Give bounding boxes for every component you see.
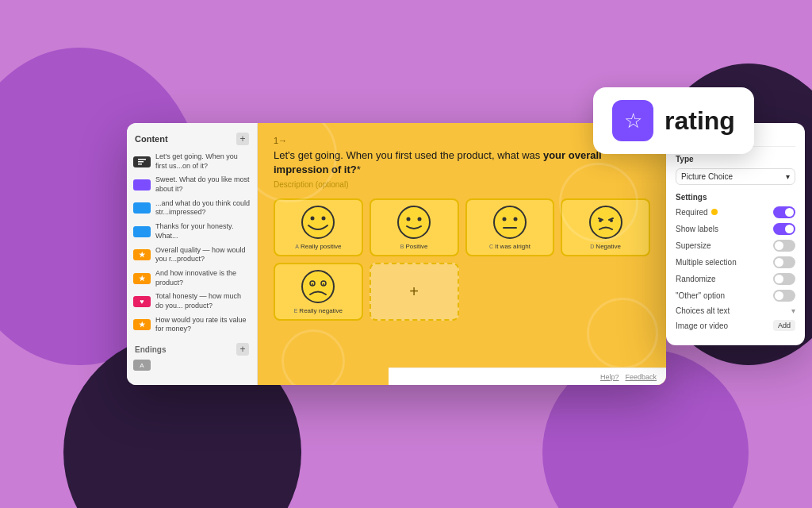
- sidebar-item-7[interactable]: ♥ Total honesty — how much do you... pro…: [127, 290, 257, 313]
- choice-a-label: AReally positive: [295, 243, 341, 250]
- settings-other: "Other" option: [676, 290, 795, 302]
- sidebar: Content + Let's get going. When you firs…: [127, 123, 258, 385]
- sidebar-item-8[interactable]: ★ How would you rate its value for money…: [127, 314, 257, 337]
- svg-point-11: [513, 217, 517, 221]
- settings-randomize: Randomize: [676, 273, 795, 285]
- other-toggle[interactable]: [773, 290, 795, 302]
- badge-3: [133, 202, 151, 214]
- badge-1: [133, 156, 151, 167]
- bg-circle-3: [282, 329, 345, 385]
- svg-point-8: [418, 217, 422, 221]
- right-panel: Question Type Picture Choice ▾ Settings …: [666, 123, 805, 345]
- choices-alt-chevron: ▾: [791, 306, 795, 315]
- choices-alt-label: Choices alt text: [676, 306, 730, 315]
- choice-d-label: DNegative: [590, 243, 621, 250]
- choice-e-label: EReally negative: [294, 307, 343, 314]
- svg-point-3: [302, 206, 334, 238]
- image-video-label: Image or video: [676, 321, 728, 330]
- choice-b-label: BPositive: [400, 243, 428, 250]
- add-choice-button[interactable]: +: [370, 263, 459, 321]
- help-link[interactable]: Help?: [600, 373, 619, 381]
- randomize-toggle[interactable]: [773, 273, 795, 285]
- item-3-text: ...and what do you think could str...imp…: [155, 199, 251, 217]
- choice-c-label: CIt was alright: [489, 243, 530, 250]
- type-select[interactable]: Picture Choice ▾: [676, 168, 795, 185]
- type-select-value: Picture Choice: [681, 172, 733, 181]
- badge-5: ★: [133, 249, 151, 260]
- svg-rect-0: [138, 159, 146, 160]
- sidebar-item-5[interactable]: ★ Overall quality — how would you r...pr…: [127, 244, 257, 267]
- settings-multiple: Multiple selection: [676, 256, 795, 268]
- svg-rect-1: [138, 161, 144, 163]
- badge-6: ★: [133, 273, 151, 284]
- sidebar-header: Content +: [127, 129, 257, 150]
- bg-circle-2: [559, 163, 638, 242]
- choice-c[interactable]: CIt was alright: [465, 198, 555, 256]
- svg-point-7: [407, 217, 411, 221]
- ending-badge: A: [133, 360, 151, 371]
- item-5-text: Overall quality — how would you r...prod…: [155, 246, 251, 264]
- svg-point-22: [323, 283, 324, 285]
- item-7-text: Total honesty — how much do you... produ…: [155, 292, 251, 310]
- badge-2: [133, 179, 151, 190]
- svg-point-4: [311, 217, 315, 221]
- settings-required: Required: [676, 206, 795, 218]
- image-video-row: Image or video Add: [676, 320, 795, 331]
- endings-section: Endings +: [127, 340, 257, 357]
- supersize-toggle[interactable]: [773, 240, 795, 252]
- rating-popup: ☆ rating: [593, 87, 754, 154]
- settings-label: Settings: [676, 193, 795, 202]
- svg-point-9: [494, 206, 526, 238]
- other-label: "Other" option: [676, 291, 725, 300]
- badge-4: [133, 226, 151, 237]
- type-label: Type: [676, 155, 795, 164]
- svg-point-5: [322, 217, 326, 221]
- multiple-toggle[interactable]: [773, 256, 795, 268]
- rating-icon: ☆: [612, 100, 653, 141]
- image-video-add-button[interactable]: Add: [773, 320, 795, 331]
- settings-supersize: Supersize: [676, 240, 795, 252]
- endings-label: Endings: [135, 345, 166, 354]
- item-1-text: Let's get going. When you first us...on …: [155, 152, 251, 171]
- sidebar-item-1[interactable]: Let's get going. When you first us...on …: [127, 150, 257, 173]
- sidebar-item-4[interactable]: Thanks for your honesty. What...: [127, 220, 257, 243]
- randomize-label: Randomize: [676, 275, 716, 283]
- feedback-link[interactable]: Feedback: [625, 373, 657, 381]
- multiple-label: Multiple selection: [676, 258, 737, 267]
- bg-circle-4: [587, 298, 658, 369]
- show-labels-label: Show labels: [676, 225, 718, 233]
- sidebar-title: Content: [135, 134, 168, 144]
- sidebar-add-button[interactable]: +: [236, 133, 249, 145]
- badge-8: ★: [133, 319, 151, 330]
- svg-rect-2: [138, 164, 142, 165]
- item-2-text: Sweet. What do you like most about it?: [155, 175, 251, 194]
- type-select-row: Picture Choice ▾: [676, 168, 795, 185]
- settings-show-labels: Show labels: [676, 223, 795, 235]
- supersize-label: Supersize: [676, 241, 710, 250]
- svg-point-6: [398, 206, 430, 238]
- ending-item[interactable]: A: [127, 357, 257, 373]
- badge-7: ♥: [133, 296, 151, 307]
- show-labels-toggle[interactable]: [773, 223, 795, 235]
- chevron-down-icon: ▾: [786, 172, 790, 181]
- item-4-text: Thanks for your honesty. What...: [155, 222, 251, 241]
- required-label: Required: [676, 208, 718, 217]
- choices-alt-row: Choices alt text ▾: [676, 306, 795, 315]
- endings-add-button[interactable]: +: [236, 343, 249, 356]
- sidebar-item-6[interactable]: ★ And how innovative is the product?: [127, 267, 257, 290]
- choice-b[interactable]: BPositive: [370, 198, 459, 256]
- svg-point-10: [502, 217, 506, 221]
- item-8-text: How would you rate its value for money?: [155, 316, 251, 334]
- svg-point-18: [302, 271, 334, 302]
- svg-point-21: [312, 283, 313, 285]
- app-window: Content + Let's get going. When you firs…: [127, 123, 666, 385]
- item-6-text: And how innovative is the product?: [155, 269, 251, 287]
- choice-e[interactable]: EReally negative: [274, 263, 363, 321]
- required-toggle[interactable]: [773, 206, 795, 218]
- main-content: 1→ Let's get going. When you first used …: [258, 123, 666, 385]
- choice-a[interactable]: AReally positive: [274, 198, 363, 256]
- sidebar-item-2[interactable]: Sweet. What do you like most about it?: [127, 173, 257, 196]
- sidebar-item-3[interactable]: ...and what do you think could str...imp…: [127, 197, 257, 220]
- app-footer: Help? Feedback: [389, 368, 666, 385]
- rating-label: rating: [665, 106, 735, 136]
